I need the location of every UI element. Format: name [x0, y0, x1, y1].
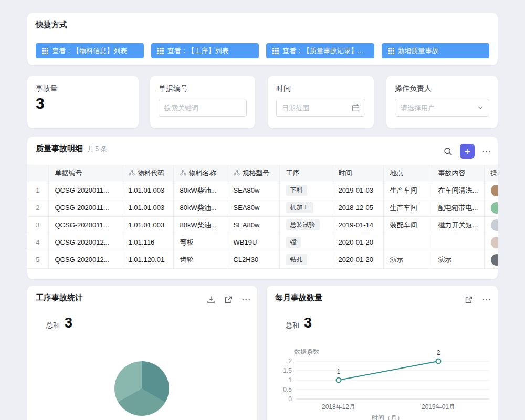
row-number-header [27, 165, 48, 182]
operator-select[interactable] [395, 99, 489, 117]
svg-text:1.5: 1.5 [283, 367, 292, 374]
cell-content: 配电箱带电... [432, 199, 484, 216]
cell-time: 2020-01-20 [332, 234, 383, 251]
cell-doc-no: QCSG-2020012... [48, 234, 122, 251]
x-tick-labels: 2018年12月 2019年01月 [322, 403, 455, 411]
cell-material-code: 1.01.01.003 [122, 182, 173, 199]
table-row[interactable]: 2 QCSG-2020011... 1.01.01.003 80kW柴油... … [27, 199, 498, 216]
open-in-new-icon[interactable] [465, 296, 473, 304]
grid-icon [42, 48, 48, 54]
cell-place: 生产车间 [383, 182, 432, 199]
data-point[interactable] [337, 378, 341, 383]
col-doc-no[interactable]: 单据编号 [48, 165, 122, 182]
table-toolbar: + ⋯ [444, 144, 491, 159]
cell-operator [484, 216, 498, 234]
operator-avatar [491, 202, 498, 214]
process-accident-stats-card: 工序事故统计 ⋯ 总和 3 机加工: 1(33.33%) 下料: 1(33.34… [27, 286, 257, 420]
col-label: 物料代码 [138, 169, 165, 177]
cell-operator [484, 251, 498, 268]
doc-no-search-input[interactable] [164, 104, 241, 112]
shortcut-add-quality-accident-button[interactable]: 新增质量事故 [382, 43, 490, 58]
doc-no-filter-card: 单据编号 [150, 76, 255, 128]
process-tag: 镗 [286, 237, 301, 248]
monthly-accident-card: 每月事故数量 ⋯ 总和 3 数据条数 2 1.5 1 0.5 [267, 286, 498, 420]
chevron-down-icon [477, 104, 484, 111]
cell-material-name: 80kW柴油... [173, 216, 227, 234]
shortcut-label: 查看：【质量事故记录】... [282, 46, 363, 56]
col-operator[interactable]: 操作负责人 [484, 165, 498, 182]
cell-spec: SEA80w [227, 216, 279, 234]
table-title: 质量事故明细共 5 条 [36, 144, 107, 154]
line-more-icon[interactable]: ⋯ [482, 294, 491, 305]
data-point[interactable] [436, 359, 441, 364]
pie-shape[interactable] [114, 361, 169, 416]
cell-time: 2019-01-03 [332, 182, 383, 199]
col-time[interactable]: 时间 [332, 165, 383, 182]
add-record-button[interactable]: + [460, 144, 475, 159]
grid-icon [388, 48, 394, 54]
cell-material-name: 80kW柴油... [173, 199, 227, 216]
cell-time: 2019-01-14 [332, 216, 383, 234]
cell-place: 生产车间 [383, 199, 432, 216]
shortcut-view-process-list-button[interactable]: 查看：【工序】列表 [151, 43, 259, 58]
table-row[interactable]: 3 QCSG-2020011... 1.01.01.003 80kW柴油... … [27, 216, 498, 234]
shortcut-view-material-list-button[interactable]: 查看：【物料信息】列表 [36, 43, 144, 58]
shortcuts-card: 快捷方式 查看：【物料信息】列表 查看：【工序】列表 查看：【质量事故记录】..… [27, 13, 498, 65]
relation-icon [129, 170, 135, 176]
col-material-name[interactable]: 物料名称 [173, 165, 227, 182]
cell-place: 演示 [383, 251, 432, 268]
row-number: 5 [27, 251, 48, 268]
cell-operator [484, 199, 498, 216]
line-total: 总和 3 [286, 315, 312, 331]
table-scroll-area[interactable]: 单据编号 物料代码 物料名称 规格型号 工序 时间 地点 事故内容 操作负责人 … [27, 165, 498, 279]
search-icon[interactable] [444, 147, 453, 156]
cell-spec: WB19U [227, 234, 279, 251]
cell-time: 2020-01-20 [332, 251, 383, 268]
cell-material-name: 80kW柴油... [173, 182, 227, 199]
shortcut-label: 查看：【工序】列表 [167, 46, 229, 56]
quality-accident-table-card: 质量事故明细共 5 条 + ⋯ 单据编号 物料代码 物料名 [27, 136, 498, 279]
table-more-icon[interactable]: ⋯ [482, 146, 491, 157]
table-title-text: 质量事故明细 [36, 144, 83, 153]
svg-text:0.5: 0.5 [283, 386, 292, 393]
operator-filter-label: 操作负责人 [395, 84, 432, 93]
operator-filter-card: 操作负责人 [386, 76, 498, 128]
cell-process: 钻孔 [279, 251, 332, 268]
cell-spec: SEA80w [227, 199, 279, 216]
accident-count-label: 事故量 [36, 84, 58, 93]
process-tag: 机加工 [286, 202, 313, 213]
table-row[interactable]: 1 QCSG-2020011... 1.01.01.003 80kW柴油... … [27, 182, 498, 199]
row-number: 2 [27, 199, 48, 216]
cell-material-name: 弯板 [173, 234, 227, 251]
cell-content: 演示 [432, 251, 484, 268]
col-spec-model[interactable]: 规格型号 [227, 165, 279, 182]
svg-text:2: 2 [288, 358, 292, 365]
process-tag: 下料 [286, 185, 307, 196]
operator-avatar [491, 254, 498, 266]
table-row[interactable]: 5 QCSG-2020012... 1.01.120.01 齿轮 CL2H30 … [27, 251, 498, 268]
shortcut-view-quality-records-button[interactable]: 查看：【质量事故记录】... [266, 43, 374, 58]
pie-total-value: 3 [65, 315, 72, 331]
col-material-code[interactable]: 物料代码 [122, 165, 173, 182]
svg-text:1: 1 [288, 376, 292, 384]
svg-text:0: 0 [288, 395, 292, 403]
cell-operator [484, 182, 498, 199]
cell-material-code: 1.01.116 [122, 234, 173, 251]
table-row[interactable]: 4 QCSG-2020012... 1.01.116 弯板 WB19U 镗 20… [27, 234, 498, 251]
pie-more-icon[interactable]: ⋯ [242, 294, 251, 305]
operator-avatar [491, 237, 498, 248]
calendar-icon[interactable] [352, 104, 360, 112]
line-chart[interactable]: 数据条数 2 1.5 1 0.5 0 1 2 [267, 342, 498, 420]
gridlines [296, 361, 489, 390]
open-in-new-icon[interactable] [224, 296, 233, 304]
export-icon[interactable] [207, 296, 215, 304]
col-content[interactable]: 事故内容 [432, 165, 484, 182]
cell-doc-no: QCSG-2020012... [48, 251, 122, 268]
cell-content [432, 234, 484, 251]
col-place[interactable]: 地点 [383, 165, 432, 182]
cell-operator [484, 234, 498, 251]
col-process[interactable]: 工序 [279, 165, 332, 182]
relation-icon [180, 170, 186, 176]
operator-select-input[interactable] [401, 104, 474, 112]
date-range-input[interactable] [282, 104, 349, 112]
